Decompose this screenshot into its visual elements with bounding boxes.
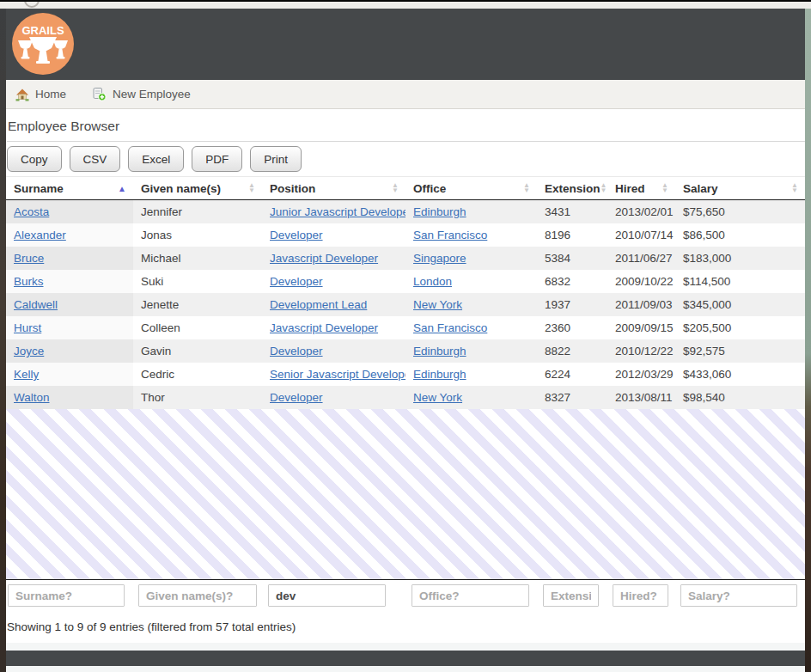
cell-position: Developer	[262, 339, 406, 363]
cell-hired: 2013/08/11	[607, 386, 675, 409]
csv-button[interactable]: CSV	[70, 146, 121, 172]
column-header-surname[interactable]: Surname▲	[6, 177, 133, 199]
filter-cell	[133, 584, 262, 607]
surname-link[interactable]: Walton	[14, 391, 50, 404]
cell-hired: 2011/06/27	[607, 247, 675, 270]
surname-link[interactable]: Kelly	[14, 368, 39, 381]
export-buttons: CopyCSVExcelPDFPrint	[6, 142, 805, 176]
surname-link[interactable]: Bruce	[14, 252, 44, 265]
cell-salary: $92,575	[675, 339, 805, 363]
filter-input-surname[interactable]	[8, 584, 125, 607]
new-employee-icon	[92, 87, 107, 101]
cell-salary: $114,500	[675, 270, 805, 293]
background-edge-right	[805, 9, 811, 672]
copy-button[interactable]: Copy	[7, 146, 62, 172]
surname-link[interactable]: Caldwell	[14, 298, 58, 311]
column-header-salary[interactable]: Salary▲▼	[675, 177, 805, 199]
column-header-hired[interactable]: Hired▲▼	[607, 177, 675, 199]
cell-surname: Walton	[6, 386, 133, 409]
column-header-position[interactable]: Position▲▼	[262, 177, 406, 199]
office-link[interactable]: Edinburgh	[413, 368, 466, 381]
surname-link[interactable]: Acosta	[14, 205, 49, 218]
position-link[interactable]: Developer	[270, 229, 323, 241]
cell-given-name-s: Jonas	[133, 223, 262, 247]
cell-hired: 2009/10/22	[607, 270, 675, 293]
cell-given-name-s: Thor	[133, 386, 262, 409]
breadcrumb-label-new-employee: New Employee	[113, 88, 191, 101]
cell-office: Edinburgh	[406, 339, 537, 363]
office-link[interactable]: London	[413, 275, 452, 288]
pdf-button[interactable]: PDF	[192, 146, 242, 172]
cell-surname: Bruce	[6, 247, 133, 270]
page-bottom-area	[6, 643, 805, 672]
sort-icons: ▲▼	[392, 183, 399, 193]
cell-salary: $98,540	[675, 386, 805, 409]
cell-extension: 8196	[537, 223, 607, 247]
office-link[interactable]: Edinburgh	[413, 345, 466, 357]
filter-input-hired[interactable]	[613, 584, 668, 607]
office-link[interactable]: San Francisco	[413, 321, 487, 334]
cell-given-name-s: Colleen	[133, 316, 262, 339]
surname-link[interactable]: Alexander	[14, 229, 66, 241]
cell-surname: Hurst	[6, 316, 133, 339]
office-link[interactable]: Edinburgh	[413, 205, 466, 218]
cell-surname: Acosta	[6, 200, 133, 223]
filter-input-salary[interactable]	[680, 584, 797, 607]
surname-link[interactable]: Joyce	[14, 345, 44, 357]
cell-position: Developer	[262, 270, 406, 293]
cell-salary: $345,000	[675, 293, 805, 316]
cell-position: Developer	[262, 223, 406, 247]
breadcrumb-item-new-employee[interactable]: New Employee	[92, 87, 191, 101]
cell-position: Javascript Developer	[262, 316, 406, 339]
cell-hired: 2009/09/15	[607, 316, 675, 339]
office-link[interactable]: New York	[413, 391, 462, 404]
cell-extension: 5384	[537, 247, 607, 270]
footer-bar	[6, 651, 805, 666]
position-link[interactable]: Developer	[270, 391, 323, 404]
sort-icons: ▲▼	[523, 183, 530, 193]
table-row: BruceMichaelJavascript DeveloperSingapor…	[6, 247, 805, 270]
office-link[interactable]: Singapore	[413, 252, 466, 265]
cell-surname: Kelly	[6, 363, 133, 386]
filter-input-given-name-s[interactable]	[138, 584, 257, 607]
cell-office: Singapore	[406, 247, 537, 270]
cell-position: Junior Javascript Developer	[262, 200, 406, 223]
filter-input-extension[interactable]	[543, 584, 599, 607]
column-header-office[interactable]: Office▲▼	[406, 177, 537, 199]
position-link[interactable]: Senior Javascript Developer	[270, 368, 406, 381]
cell-position: Senior Javascript Developer	[262, 363, 406, 386]
position-link[interactable]: Junior Javascript Developer	[270, 205, 406, 218]
cell-office: London	[406, 270, 537, 293]
cell-given-name-s: Jenette	[133, 293, 262, 316]
cell-salary: $75,650	[675, 200, 805, 223]
page: GRAILS Home	[6, 9, 805, 672]
surname-link[interactable]: Burks	[14, 275, 44, 288]
grails-logo[interactable]: GRAILS	[12, 13, 74, 75]
cell-surname: Joyce	[6, 339, 133, 363]
position-link[interactable]: Development Lead	[270, 298, 367, 311]
position-link[interactable]: Javascript Developer	[270, 321, 378, 334]
cell-extension: 8327	[537, 386, 607, 409]
column-header-extension[interactable]: Extension▲▼	[537, 177, 607, 199]
cell-office: San Francisco	[406, 223, 537, 247]
column-label: Given name(s)	[141, 182, 221, 195]
office-link[interactable]: New York	[413, 298, 462, 311]
position-link[interactable]: Developer	[270, 345, 323, 357]
column-label: Extension	[545, 182, 601, 195]
position-link[interactable]: Developer	[270, 275, 323, 288]
table-row: JoyceGavinDeveloperEdinburgh88222010/12/…	[6, 339, 805, 363]
cell-extension: 1937	[537, 293, 607, 316]
cell-given-name-s: Cedric	[133, 363, 262, 386]
excel-button[interactable]: Excel	[128, 146, 184, 172]
print-button[interactable]: Print	[250, 146, 302, 172]
filter-input-office[interactable]	[412, 584, 529, 607]
column-header-given-name-s[interactable]: Given name(s)▲▼	[133, 177, 262, 199]
breadcrumb-item-home[interactable]: Home	[15, 88, 66, 101]
cell-hired: 2010/07/14	[607, 223, 675, 247]
office-link[interactable]: San Francisco	[413, 229, 487, 241]
surname-link[interactable]: Hurst	[14, 321, 41, 334]
cell-surname: Burks	[6, 270, 133, 293]
filter-input-position[interactable]	[268, 584, 386, 607]
table-row: BurksSukiDeveloperLondon68322009/10/22$1…	[6, 270, 805, 293]
position-link[interactable]: Javascript Developer	[270, 252, 378, 265]
